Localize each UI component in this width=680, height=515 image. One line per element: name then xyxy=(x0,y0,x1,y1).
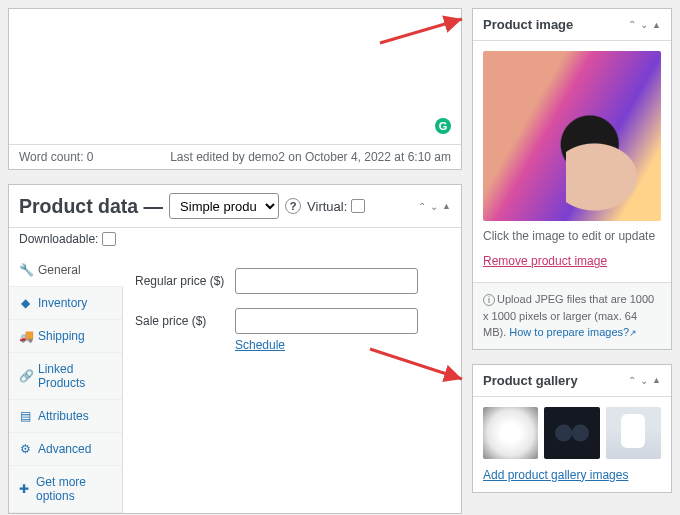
schedule-link[interactable]: Schedule xyxy=(235,338,449,352)
remove-product-image-link[interactable]: Remove product image xyxy=(483,254,607,268)
move-up-icon[interactable]: ⌃ xyxy=(418,201,426,212)
external-link-icon: ↗ xyxy=(629,328,637,338)
regular-price-label: Regular price ($) xyxy=(135,274,235,288)
toggle-panel-icon[interactable]: ▲ xyxy=(442,201,451,211)
product-gallery-title: Product gallery xyxy=(483,373,578,388)
regular-price-input[interactable] xyxy=(235,268,418,294)
downloadable-checkbox[interactable] xyxy=(102,232,116,246)
upload-info: iUpload JPEG files that are 1000 x 1000 … xyxy=(473,282,671,349)
product-gallery-panel: Product gallery ⌃ ⌄ ▲ Add product galler… xyxy=(472,364,672,493)
move-down-icon[interactable]: ⌄ xyxy=(430,201,438,212)
content-editor-panel: G Word count: 0 Last edited by demo2 on … xyxy=(8,8,462,170)
gallery-thumbnail[interactable] xyxy=(483,407,538,459)
product-image-thumbnail[interactable] xyxy=(483,51,661,221)
truck-icon: 🚚 xyxy=(19,329,31,343)
downloadable-label: Downloadable: xyxy=(19,232,98,246)
tab-general[interactable]: 🔧General xyxy=(9,254,123,287)
gear-icon: ⚙ xyxy=(19,442,31,456)
move-down-icon[interactable]: ⌄ xyxy=(640,375,648,386)
inventory-icon: ◆ xyxy=(19,296,31,310)
list-icon: ▤ xyxy=(19,409,31,423)
how-to-prepare-link[interactable]: How to prepare images?↗ xyxy=(509,326,637,338)
product-image-hint: Click the image to edit or update xyxy=(483,229,661,243)
link-icon: 🔗 xyxy=(19,369,31,383)
word-count: Word count: 0 xyxy=(19,150,93,164)
move-down-icon[interactable]: ⌄ xyxy=(640,19,648,30)
product-type-select[interactable]: Simple product xyxy=(169,193,279,219)
product-data-title: Product data — xyxy=(19,195,163,218)
sale-price-input[interactable] xyxy=(235,308,418,334)
add-gallery-images-link[interactable]: Add product gallery images xyxy=(483,468,628,482)
help-icon[interactable]: ? xyxy=(285,198,301,214)
last-edited: Last edited by demo2 on October 4, 2022 … xyxy=(170,150,451,164)
toggle-panel-icon[interactable]: ▲ xyxy=(652,375,661,385)
product-data-tabs: 🔧General ◆Inventory 🚚Shipping 🔗Linked Pr… xyxy=(9,254,123,513)
tab-linked-products[interactable]: 🔗Linked Products xyxy=(9,353,122,400)
toggle-panel-icon[interactable]: ▲ xyxy=(652,20,661,30)
tab-advanced[interactable]: ⚙Advanced xyxy=(9,433,122,466)
tab-attributes[interactable]: ▤Attributes xyxy=(9,400,122,433)
tab-inventory[interactable]: ◆Inventory xyxy=(9,287,122,320)
sale-price-label: Sale price ($) xyxy=(135,314,235,328)
grammarly-icon[interactable]: G xyxy=(435,118,451,134)
product-image-panel: Product image ⌃ ⌄ ▲ Click the image to e… xyxy=(472,8,672,350)
wrench-icon: 🔧 xyxy=(19,263,31,277)
content-editor[interactable]: G xyxy=(9,9,461,144)
product-image-title: Product image xyxy=(483,17,573,32)
general-tab-content: Regular price ($) Sale price ($) Schedul… xyxy=(123,254,461,513)
move-up-icon[interactable]: ⌃ xyxy=(628,375,636,386)
virtual-checkbox[interactable] xyxy=(351,199,365,213)
tab-shipping[interactable]: 🚚Shipping xyxy=(9,320,122,353)
tab-get-more-options[interactable]: ✚Get more options xyxy=(9,466,122,513)
gallery-thumbnail[interactable] xyxy=(544,407,599,459)
virtual-label: Virtual: xyxy=(307,199,347,214)
info-icon: i xyxy=(483,294,495,306)
gallery-thumbnail[interactable] xyxy=(606,407,661,459)
product-data-panel: Product data — Simple product ? Virtual:… xyxy=(8,184,462,514)
move-up-icon[interactable]: ⌃ xyxy=(628,19,636,30)
plus-icon: ✚ xyxy=(19,482,29,496)
